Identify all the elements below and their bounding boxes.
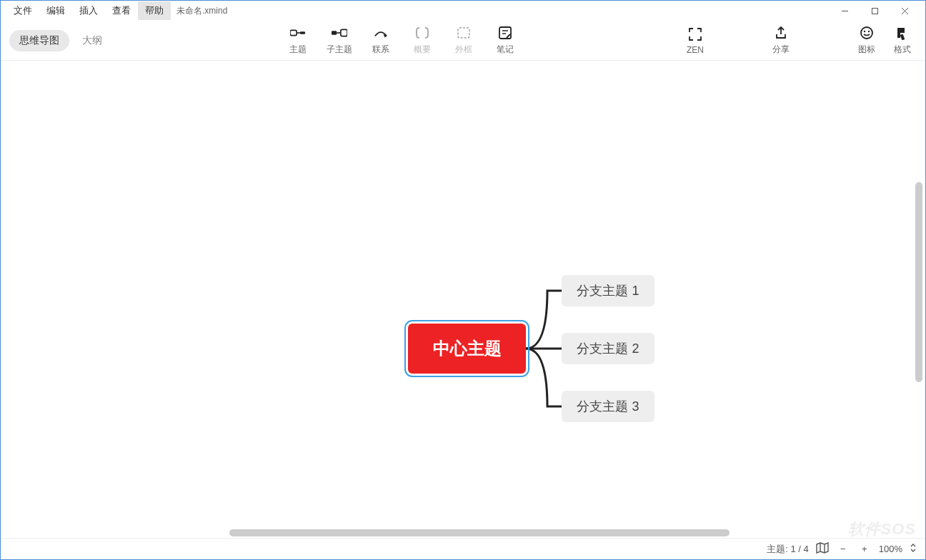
relation-icon xyxy=(373,25,389,41)
horizontal-scrollbar[interactable] xyxy=(229,529,730,536)
menu-help[interactable]: 帮助 xyxy=(138,1,171,20)
zen-icon xyxy=(687,26,703,42)
tab-outline[interactable]: 大纲 xyxy=(72,30,112,51)
summary-label: 概要 xyxy=(414,44,431,56)
branch-topic-2[interactable]: 分支主题 2 xyxy=(562,333,654,364)
svg-rect-18 xyxy=(900,34,905,40)
zoom-level[interactable]: 100% xyxy=(879,544,902,554)
tab-mindmap[interactable]: 思维导图 xyxy=(9,30,69,51)
note-button[interactable]: 笔记 xyxy=(491,25,519,56)
svg-point-16 xyxy=(864,31,865,32)
menu-edit[interactable]: 编辑 xyxy=(39,1,72,20)
summary-icon xyxy=(414,25,430,41)
svg-rect-5 xyxy=(300,31,305,34)
zoom-out-button[interactable]: − xyxy=(836,544,850,554)
topic-label: 主题 xyxy=(289,44,307,56)
svg-rect-12 xyxy=(499,27,511,39)
close-button[interactable] xyxy=(890,1,920,21)
format-icon xyxy=(895,25,910,41)
svg-rect-7 xyxy=(332,31,337,35)
branch-topic-3[interactable]: 分支主题 3 xyxy=(562,391,654,422)
svg-rect-1 xyxy=(872,8,877,14)
menu-insert[interactable]: 插入 xyxy=(72,1,105,20)
subtopic-icon xyxy=(332,25,347,41)
zen-label: ZEN xyxy=(687,45,704,55)
toolbar: 思维导图 大纲 主题 子主题 联系 xyxy=(1,21,925,61)
subtopic-button[interactable]: 子主题 xyxy=(325,25,354,56)
maximize-button[interactable] xyxy=(860,1,890,21)
boundary-icon xyxy=(456,25,472,41)
status-bar: 主题: 1 / 4 − + 100% xyxy=(1,538,925,559)
icons-button[interactable]: 图标 xyxy=(852,25,881,56)
topic-count-label: 主题: 1 / 4 xyxy=(767,543,809,556)
branch-topic-1[interactable]: 分支主题 1 xyxy=(562,275,654,306)
svg-rect-8 xyxy=(341,29,347,36)
note-label: 笔记 xyxy=(497,44,514,56)
icons-label: 图标 xyxy=(858,44,875,56)
topic-button[interactable]: 主题 xyxy=(284,25,312,56)
svg-rect-4 xyxy=(290,30,297,35)
filename-label: 未命名.xmind xyxy=(171,2,233,20)
vertical-scrollbar[interactable] xyxy=(915,182,922,382)
relation-label: 联系 xyxy=(372,44,389,56)
relation-button[interactable]: 联系 xyxy=(367,25,395,56)
connectors xyxy=(1,61,925,538)
topic-icon xyxy=(290,25,306,41)
menu-view[interactable]: 查看 xyxy=(105,1,138,20)
zen-button[interactable]: ZEN xyxy=(681,26,710,55)
minimize-button[interactable] xyxy=(830,1,860,21)
share-icon xyxy=(773,25,789,41)
canvas[interactable]: 中心主题 分支主题 1 分支主题 2 分支主题 3 xyxy=(1,61,925,538)
svg-point-15 xyxy=(861,27,872,39)
share-button[interactable]: 分享 xyxy=(767,25,795,56)
smiley-icon xyxy=(859,25,875,41)
map-overview-icon[interactable] xyxy=(816,542,829,556)
format-label: 格式 xyxy=(894,44,911,56)
menu-bar: 文件 编辑 插入 查看 帮助 未命名.xmind xyxy=(1,1,925,21)
menu-file[interactable]: 文件 xyxy=(6,1,39,20)
zoom-in-button[interactable]: + xyxy=(857,544,872,554)
boundary-button[interactable]: 外框 xyxy=(449,25,478,56)
zoom-dropdown-icon[interactable] xyxy=(910,543,917,555)
share-label: 分享 xyxy=(772,44,790,56)
summary-button[interactable]: 概要 xyxy=(408,25,437,56)
svg-rect-11 xyxy=(458,28,469,38)
svg-point-17 xyxy=(868,31,870,32)
subtopic-label: 子主题 xyxy=(327,44,352,56)
note-icon xyxy=(497,25,513,41)
central-topic[interactable]: 中心主题 xyxy=(408,324,526,374)
format-button[interactable]: 格式 xyxy=(888,25,917,56)
boundary-label: 外框 xyxy=(455,44,472,56)
